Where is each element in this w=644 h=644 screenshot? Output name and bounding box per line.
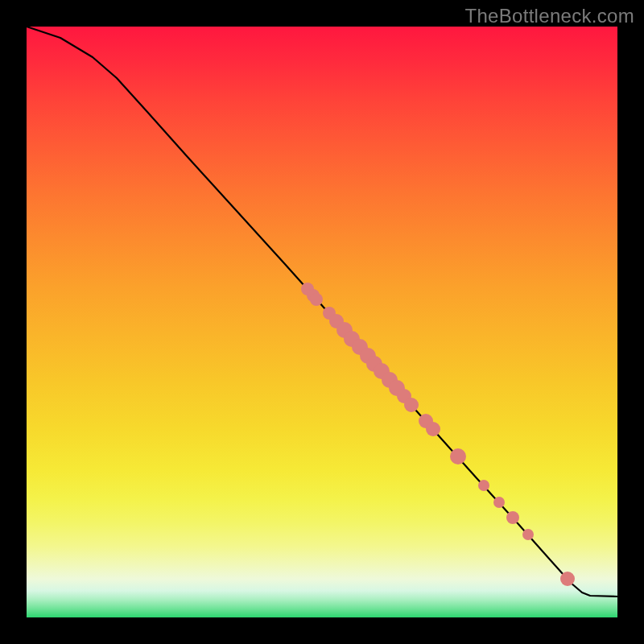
data-marker [493,497,505,508]
data-marker [522,529,534,540]
plot-area [27,27,617,617]
data-marker [404,398,419,412]
data-marker [478,480,489,491]
data-marker [426,422,440,436]
watermark-text: TheBottleneck.com [464,5,634,27]
curve-line [27,27,617,597]
data-marker [506,511,519,524]
data-marker [560,572,575,586]
data-marker [310,293,323,306]
chart-stage: TheBottleneck.com [0,0,644,644]
chart-svg [27,27,617,617]
data-marker [450,448,466,464]
